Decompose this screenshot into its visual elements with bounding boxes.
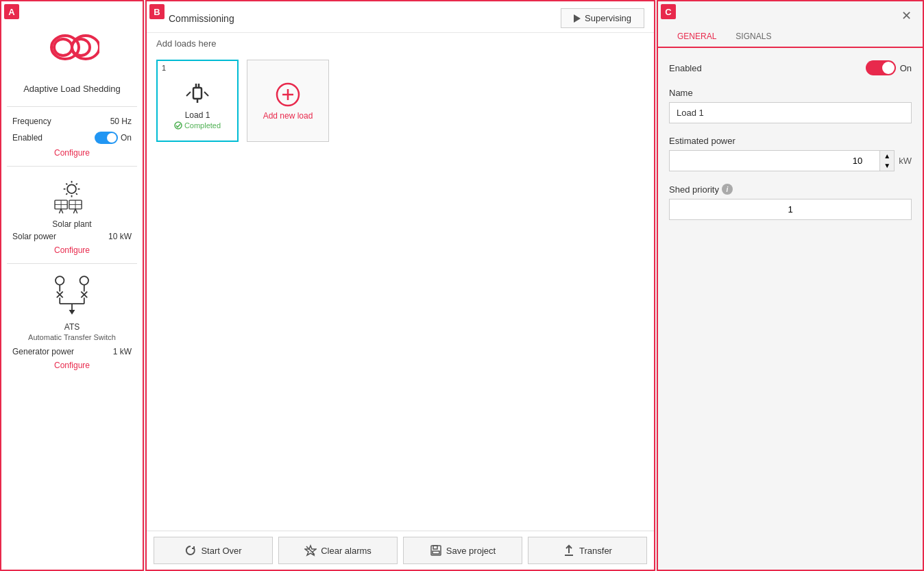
svg-line-36 (186, 92, 191, 96)
ats-configure-link[interactable]: Configure (54, 361, 90, 370)
save-project-label: Save project (446, 546, 496, 556)
svg-line-5 (66, 184, 67, 185)
supervising-label: Supervising (585, 13, 631, 23)
frequency-row: Frequency 50 Hz (7, 115, 137, 127)
generator-power-label: Generator power (12, 347, 74, 356)
svg-point-19 (56, 276, 64, 284)
panel-b: B Commissioning Supervising Add loads he… (145, 0, 655, 571)
power-input[interactable] (670, 151, 879, 171)
toggle-thumb (107, 133, 117, 143)
panel-c-badge: C (661, 4, 676, 19)
power-decrement-button[interactable]: ▼ (880, 161, 894, 171)
transfer-icon (563, 544, 575, 557)
svg-line-16 (61, 209, 63, 213)
commissioning-title: Commissioning (169, 13, 234, 24)
start-over-icon (184, 544, 197, 557)
shed-priority-group: Shed priority i (669, 184, 912, 220)
system-info-section: Frequency 50 Hz Enabled On Configure (7, 106, 137, 158)
frequency-label: Frequency (12, 117, 51, 126)
supervising-button[interactable]: Supervising (561, 8, 644, 28)
svg-marker-31 (69, 310, 75, 315)
svg-line-7 (66, 193, 67, 195)
tab-signals[interactable]: SIGNALS (726, 26, 781, 48)
panel-b-badge: B (149, 4, 165, 19)
toggle-c-track (866, 60, 896, 75)
power-unit: kW (899, 156, 912, 166)
load-card-1[interactable]: 1 Load 1 Completed (156, 60, 239, 142)
shed-priority-info-icon[interactable]: i (722, 184, 733, 195)
panel-c-content: Enabled On Name Estimated power ▲ ▼ (658, 48, 923, 570)
toggle-track (95, 132, 118, 144)
enabled-toggle[interactable]: On (95, 132, 132, 144)
load-card-status: Completed (174, 121, 221, 130)
close-button[interactable]: ✕ (897, 7, 916, 25)
save-project-icon (430, 544, 442, 557)
panel-a: A Adaptive Load Shedding Frequency 50 Hz… (0, 0, 144, 571)
add-new-load-card[interactable]: Add new load (247, 60, 329, 142)
load-card-name: Load 1 (185, 110, 210, 120)
power-input-wrap: ▲ ▼ (669, 150, 895, 171)
app-title: Adaptive Load Shedding (23, 84, 121, 94)
ats-icon (45, 272, 99, 322)
shed-priority-label: Shed priority (669, 184, 719, 195)
transfer-button[interactable]: Transfer (528, 537, 647, 564)
solar-plant-icon (51, 180, 93, 217)
svg-point-0 (67, 184, 76, 193)
panel-c: C ✕ GENERAL SIGNALS Enabled On Name Esti… (657, 0, 924, 571)
solar-power-label: Solar power (12, 232, 56, 241)
solar-power-row: Solar power 10 kW (7, 230, 137, 243)
save-project-button[interactable]: Save project (403, 537, 522, 564)
ats-label: ATS (64, 322, 80, 332)
infinity-icon (45, 30, 99, 70)
tab-general[interactable]: GENERAL (668, 26, 726, 48)
generator-power-value: 1 kW (113, 347, 132, 356)
start-over-label: Start Over (201, 546, 241, 556)
transfer-label: Transfer (579, 546, 612, 556)
panel-c-header: ✕ (658, 1, 923, 25)
svg-rect-32 (193, 88, 202, 99)
panel-c-tabs: GENERAL SIGNALS (658, 26, 923, 48)
name-field-group: Name (669, 88, 912, 123)
generator-power-row: Generator power 1 kW (7, 345, 137, 358)
estimated-power-group: Estimated power ▲ ▼ kW (669, 136, 912, 171)
loads-area: 1 Load 1 Completed (147, 54, 654, 531)
shed-priority-label-row: Shed priority i (669, 184, 912, 195)
shed-priority-input[interactable] (669, 199, 912, 220)
name-field-label: Name (669, 88, 912, 98)
clear-alarms-label: Clear alarms (321, 546, 372, 556)
svg-line-17 (73, 209, 75, 213)
add-loads-label: Add loads here (147, 33, 654, 54)
bottom-toolbar: Start Over Clear alarms Save project T (147, 531, 654, 570)
start-over-button[interactable]: Start Over (154, 537, 273, 564)
enabled-label: Enabled (12, 133, 42, 143)
enabled-toggle-c[interactable]: On (866, 60, 912, 75)
enabled-row: Enabled On (7, 130, 137, 145)
panel-b-header: Commissioning Supervising (147, 1, 654, 33)
power-increment-button[interactable]: ▲ (880, 151, 894, 161)
plug-icon (181, 73, 214, 108)
svg-line-15 (59, 209, 61, 213)
svg-line-6 (76, 184, 77, 185)
solar-power-value: 10 kW (108, 232, 132, 241)
enabled-field-label: Enabled (669, 63, 702, 73)
enabled-state: On (121, 133, 132, 143)
ats-section: ATS Automatic Transfer Switch Generator … (7, 263, 137, 370)
supervising-play-icon (574, 14, 581, 23)
svg-line-8 (76, 193, 77, 195)
solar-plant-label: Solar plant (52, 219, 91, 229)
svg-rect-45 (433, 551, 439, 554)
clear-alarms-button[interactable]: Clear alarms (278, 537, 398, 564)
svg-line-37 (204, 92, 208, 96)
enabled-field-row: Enabled On (669, 60, 912, 75)
panel-a-badge: A (4, 4, 19, 19)
enabled-c-state: On (900, 63, 912, 73)
solar-section: Solar plant Solar power 10 kW Configure (7, 166, 137, 255)
configure-link-main[interactable]: Configure (54, 148, 90, 158)
power-spinners: ▲ ▼ (879, 151, 894, 171)
ats-full-label: Automatic Transfer Switch (28, 333, 116, 341)
solar-configure-link[interactable]: Configure (54, 245, 90, 255)
svg-line-18 (75, 209, 77, 213)
clear-alarms-icon (304, 544, 317, 557)
name-input[interactable] (669, 102, 912, 123)
estimated-power-label: Estimated power (669, 136, 912, 146)
